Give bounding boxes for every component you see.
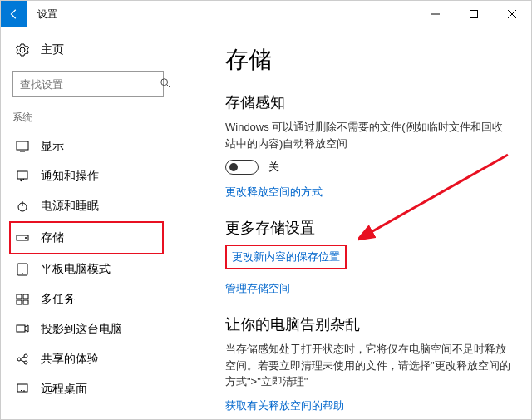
- gear-icon: [16, 43, 29, 57]
- power-icon: [16, 200, 29, 213]
- svg-rect-18: [23, 300, 28, 304]
- declutter-title: 让你的电脑告别杂乱: [225, 314, 511, 334]
- svg-point-4: [161, 78, 168, 85]
- nav-label: 存储: [41, 230, 64, 245]
- search-input[interactable]: [20, 78, 160, 91]
- sidebar-item-shared[interactable]: 共享的体验: [12, 344, 175, 374]
- svg-point-21: [24, 354, 27, 358]
- svg-rect-8: [17, 171, 27, 179]
- nav-label: 投影到这台电脑: [41, 322, 122, 337]
- sidebar-item-remote[interactable]: 远程桌面: [12, 374, 175, 404]
- tablet-icon: [16, 263, 29, 276]
- window-title: 设置: [37, 7, 416, 22]
- link-change-save-location[interactable]: 更改新内容的保存位置: [225, 245, 347, 269]
- monitor-icon: [16, 140, 29, 153]
- nav-label: 通知和操作: [41, 169, 99, 184]
- notification-icon: [16, 170, 29, 183]
- multitask-icon: [16, 293, 29, 306]
- maximize-icon: [470, 10, 478, 18]
- nav-label: 电源和睡眠: [41, 199, 99, 214]
- svg-point-22: [24, 361, 27, 364]
- back-button[interactable]: [1, 1, 27, 27]
- nav-label: 共享的体验: [41, 352, 99, 367]
- toggle-state-label: 关: [268, 160, 279, 175]
- storage-sense-desc: Windows 可以通过删除不需要的文件(例如临时文件和回收站中的内容)自动释放…: [225, 119, 511, 151]
- sidebar: 主页 系统 显示 通知和操作 电源和睡眠 存储: [1, 27, 175, 419]
- main-pane: 存储 存储感知 Windows 可以通过删除不需要的文件(例如临时文件和回收站中…: [175, 27, 531, 419]
- nav-label: 远程桌面: [41, 382, 87, 397]
- minimize-button[interactable]: [416, 1, 455, 27]
- svg-rect-25: [17, 384, 27, 392]
- sidebar-item-tablet[interactable]: 平板电脑模式: [12, 254, 175, 284]
- link-change-free-space[interactable]: 更改释放空间的方式: [225, 185, 511, 200]
- remote-icon: [16, 383, 29, 396]
- sidebar-item-project[interactable]: 投影到这台电脑: [12, 314, 175, 344]
- declutter-desc: 当存储感知处于打开状态时，它将仅在电脑空间不足时释放空间。若要立即清理未使用的文…: [225, 341, 511, 390]
- more-storage-title: 更多存储设置: [225, 218, 511, 238]
- svg-rect-15: [17, 294, 22, 299]
- nav-label: 显示: [41, 139, 64, 154]
- nav-label: 平板电脑模式: [41, 262, 111, 277]
- storage-sense-toggle[interactable]: [225, 160, 259, 175]
- project-icon: [16, 323, 29, 336]
- sidebar-home-label: 主页: [41, 42, 64, 57]
- svg-rect-19: [17, 325, 25, 332]
- storage-sense-title: 存储感知: [225, 92, 511, 112]
- maximize-button[interactable]: [455, 1, 493, 27]
- sidebar-item-storage[interactable]: 存储: [9, 221, 164, 254]
- svg-rect-6: [17, 141, 28, 150]
- search-input-wrap[interactable]: [12, 71, 164, 97]
- toggle-knob: [229, 163, 238, 171]
- sidebar-section-label: 系统: [12, 111, 175, 125]
- storage-icon: [16, 231, 29, 245]
- share-icon: [16, 353, 29, 366]
- search-icon: [160, 77, 171, 91]
- sidebar-item-display[interactable]: 显示: [12, 131, 175, 161]
- sidebar-home[interactable]: 主页: [12, 36, 175, 64]
- arrow-left-icon: [8, 8, 20, 20]
- svg-rect-16: [23, 294, 28, 299]
- close-button[interactable]: [493, 1, 531, 27]
- svg-rect-1: [470, 11, 478, 18]
- nav-label: 多任务: [41, 292, 76, 307]
- svg-rect-17: [17, 300, 22, 304]
- link-free-space-help[interactable]: 获取有关释放空间的帮助: [225, 398, 511, 413]
- sidebar-item-multitask[interactable]: 多任务: [12, 284, 175, 314]
- close-icon: [508, 10, 516, 18]
- link-manage-storage[interactable]: 管理存储空间: [225, 281, 511, 296]
- svg-line-24: [21, 360, 24, 362]
- svg-line-5: [167, 84, 170, 87]
- svg-point-20: [17, 358, 21, 361]
- svg-line-23: [21, 357, 24, 358]
- minimize-icon: [431, 10, 440, 18]
- sidebar-item-power[interactable]: 电源和睡眠: [12, 191, 175, 221]
- sidebar-item-notifications[interactable]: 通知和操作: [12, 161, 175, 191]
- svg-point-12: [25, 237, 27, 239]
- page-title: 存储: [225, 44, 511, 76]
